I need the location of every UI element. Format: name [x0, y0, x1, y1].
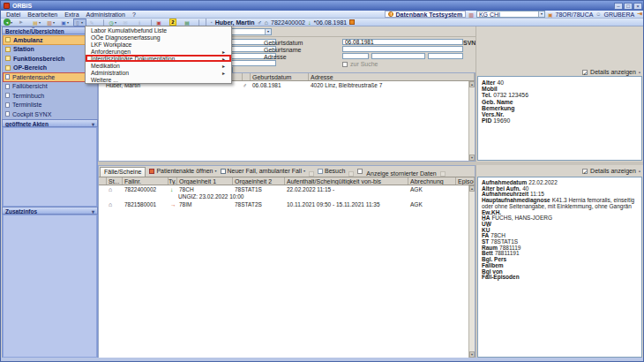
toolbar-button[interactable]: [103, 19, 104, 26]
geburtsdatum-input[interactable]: [342, 39, 463, 45]
expander-column: [99, 177, 107, 185]
scroll-down-icon[interactable]: ▼: [469, 155, 475, 161]
collapse-icon[interactable]: ▪: [639, 169, 640, 174]
new-case-extra-icon[interactable]: [309, 171, 314, 177]
results-scrollbar[interactable]: ▲ ▼: [468, 81, 475, 161]
logout-icon[interactable]: ⇥: [637, 11, 642, 18]
sidebar-item[interactable]: Patientensuche: [3, 72, 97, 82]
module-icon: [5, 56, 11, 61]
scroll-down-icon[interactable]: ▼: [469, 351, 475, 358]
sidebar-item[interactable]: Fallübersicht: [3, 82, 97, 92]
new-case-button[interactable]: Neuer Fall, ambulanter Fall ▾: [221, 165, 305, 177]
plz-input[interactable]: [342, 53, 369, 59]
open-record-icon[interactable]: ▤: [31, 19, 44, 26]
col-abrechnung[interactable]: Abrechnung: [408, 177, 456, 185]
back-icon[interactable]: ◄: [3, 19, 16, 26]
details-checkbox[interactable]: [582, 70, 588, 75]
menu-popup-item[interactable]: LKF Workplace: [86, 41, 231, 48]
col-episode[interactable]: Episode: [456, 177, 475, 185]
scroll-up-icon[interactable]: ▲: [469, 81, 475, 87]
module-icon: [5, 37, 11, 42]
window-frame: [1, 358, 644, 361]
submenu-arrow-icon: [222, 63, 228, 69]
page-icon: [5, 102, 10, 108]
close-button[interactable]: ×: [633, 3, 642, 10]
collapse-icon: ▾: [92, 208, 94, 213]
results-col-adresse[interactable]: Adresse: [309, 73, 475, 80]
minimize-button[interactable]: –: [614, 3, 623, 10]
col-aufenthalt[interactable]: Aufenthalt/Scheingültigkeit von-bis: [285, 177, 408, 185]
sidebar-item[interactable]: Terminbuch: [3, 91, 97, 101]
sidebar-item[interactable]: Station: [3, 45, 97, 55]
menu-popup-item[interactable]: Weitere ...: [86, 76, 231, 83]
detail-line: Fallbem: [482, 263, 638, 269]
or-unit-label: 78OR/78UCA: [556, 11, 594, 18]
detail-line: Vers.Nr.: [482, 111, 638, 117]
menu-popup-item[interactable]: OÖe Diagnosenerfassung: [86, 34, 231, 41]
menu-popup-item[interactable]: Administration: [86, 69, 231, 76]
open-records-panel: [3, 127, 97, 207]
context-select[interactable]: KG CHI ▾: [476, 11, 545, 18]
menubar-item[interactable]: Datei: [3, 11, 24, 18]
visit-icon: [318, 169, 323, 174]
detail-line: Alter40: [482, 79, 638, 86]
sidebar-section-open-records[interactable]: geöffnete Akten▾: [2, 119, 98, 127]
sidebar: Bereiche/Übersichten▾ Ambulanz Station F…: [2, 26, 98, 358]
visit-button[interactable]: Besuch: [318, 165, 345, 177]
patient-bar: ▪ Huber, Martin ♂ ⌂ 7822400002 ↓ *06.08.…: [206, 19, 355, 26]
sidebar-item[interactable]: Funktionsbereich: [3, 54, 97, 64]
menu-popup-item[interactable]: Labor Kumulativbefund Liste: [86, 26, 231, 34]
storno-checkbox[interactable]: [357, 169, 363, 174]
menu-popup-item[interactable]: Medikation: [86, 62, 231, 69]
case-row[interactable]: ⌂ 7822400002 ↓ 78CH 78STAT1S 22.02.2022 …: [99, 185, 475, 200]
menu-popup-item[interactable]: Interdisziplinäre Dokumentation: [86, 55, 231, 62]
ort-input[interactable]: [371, 53, 425, 59]
tab-faelle-scheine[interactable]: Fälle/Scheine: [100, 167, 146, 177]
user-icon: ☺: [595, 11, 601, 17]
toolbar-button[interactable]: [151, 19, 152, 26]
geburtsname-input[interactable]: [342, 46, 463, 52]
col-fallnr[interactable]: Fallnr.: [123, 177, 168, 185]
chevron-down-icon: ▾: [538, 11, 544, 17]
detail-line: HauptaufnahmediagnoseK41.3 Hernia femora…: [482, 198, 638, 209]
visit-extra-icon[interactable]: [348, 171, 354, 177]
sidebar-section-areas[interactable]: Bereiche/Übersichten▾: [2, 26, 98, 34]
menu-popup-item[interactable]: Anforderungen: [86, 48, 231, 55]
forward-icon[interactable]: ►: [17, 19, 30, 26]
col-orgaeinheit1[interactable]: Orgaeinheit 1: [177, 177, 233, 185]
detail-line: HAFUCHS, HANS-JOERG: [482, 215, 638, 222]
menubar-item[interactable]: ?: [129, 11, 139, 18]
sidebar-item[interactable]: OP-Bereich: [3, 64, 97, 73]
titlebar: ORBIS – □ ×: [1, 1, 644, 11]
geburtsname-label: Geburtsname: [264, 47, 301, 53]
forms-icon[interactable]: ▥: [45, 19, 58, 26]
col-typ[interactable]: Ty.: [168, 177, 177, 185]
menubar-item[interactable]: Extra: [61, 11, 82, 18]
results-col-geburtsdatum[interactable]: Geburtsdatum: [251, 73, 309, 80]
sidebar-item[interactable]: Cockpit SYNX: [3, 109, 97, 119]
sidebar-item[interactable]: Terminliste: [3, 101, 97, 110]
sidebar-item[interactable]: Ambulanz: [3, 35, 97, 45]
sidebar-section-extra-info[interactable]: Zusatzinfos▾: [2, 207, 98, 215]
case-row[interactable]: ⌂ 7821580001 → 78IM 78STAT2S 10.11.2021 …: [99, 200, 475, 208]
details-checkbox[interactable]: [582, 169, 588, 174]
toolbar-button[interactable]: [198, 19, 199, 26]
results-col-gender[interactable]: [243, 73, 251, 80]
cases-scrollbar[interactable]: ▲ ▼: [468, 185, 475, 358]
patient-birthdate: *06.08.1981: [313, 19, 347, 26]
col-orgaeinheit2[interactable]: Orgaeinheit 2: [233, 177, 285, 185]
zur-suche-checkbox[interactable]: [342, 62, 348, 67]
package-icon: [349, 19, 355, 25]
patients-icon[interactable]: ▣: [59, 19, 72, 26]
menubar-item[interactable]: Administration: [83, 11, 129, 18]
menubar-item[interactable]: Bearbeiten: [24, 11, 61, 18]
cases-table-header: St... Fallnr. Ty. Orgaeinheit 1 Orgaeinh…: [99, 177, 475, 185]
admitted-arrow-icon: ↓: [308, 19, 311, 26]
open-patient-record-button[interactable]: Patientenakte öffnen ▾: [149, 165, 216, 177]
col-status[interactable]: St...: [107, 177, 123, 185]
collapse-icon[interactable]: ▪: [639, 70, 640, 75]
detail-line: Geb. Name: [482, 99, 638, 105]
scroll-up-icon[interactable]: ▲: [469, 185, 475, 192]
maximize-button[interactable]: □: [624, 3, 633, 10]
strasse-input[interactable]: [428, 53, 463, 59]
